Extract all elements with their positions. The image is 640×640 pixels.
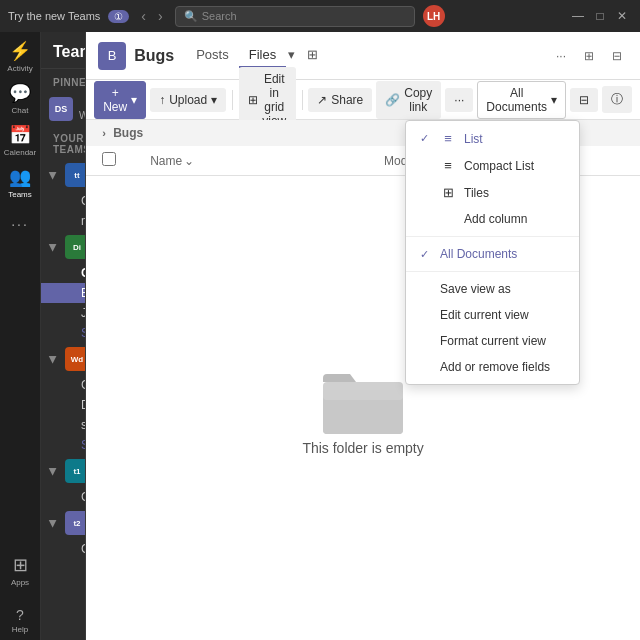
select-all-checkbox[interactable] — [102, 152, 116, 166]
documents-section: ✓ All Documents — [406, 237, 579, 272]
more-icon: ··· — [11, 216, 29, 232]
rail-more[interactable]: ··· — [0, 204, 40, 244]
tab-add[interactable]: ⊞ — [297, 43, 328, 68]
team-test2[interactable]: ▶ t2 test 2 ··· — [41, 507, 85, 539]
add-remove-label: Add or remove fields — [440, 360, 550, 374]
svg-rect-2 — [323, 390, 403, 400]
search-bar[interactable]: 🔍 Search — [175, 6, 415, 27]
empty-folder-label: This folder is empty — [302, 440, 423, 456]
search-placeholder: Search — [202, 10, 237, 22]
close-btn[interactable]: ✕ — [612, 6, 632, 26]
channel-bugs[interactable]: Bugs — [41, 283, 86, 303]
team-desktop-internal[interactable]: ▶ Di Desktop-internal ··· — [41, 231, 85, 263]
share-label: Share — [331, 93, 363, 107]
dropdown-list-item[interactable]: ✓ ≡ List — [406, 125, 579, 152]
rail-apps[interactable]: ⊞ Apps — [0, 550, 40, 590]
copy-link-btn[interactable]: 🔗 Copy link — [376, 81, 441, 119]
channel-see-all-di[interactable]: See all channels — [41, 323, 86, 343]
tab-files-dropdown[interactable]: ▾ — [286, 43, 297, 68]
forward-btn[interactable]: › — [154, 6, 167, 26]
channel-tabs: Posts Files ▾ ⊞ — [186, 43, 328, 68]
filter-btn[interactable]: ⊟ — [570, 88, 598, 112]
help-icon: ? — [16, 607, 24, 623]
minimize-btn[interactable]: — — [568, 6, 588, 26]
channel-desktopscrum[interactable]: DesktopScrum — [41, 395, 86, 415]
user-avatar[interactable]: LH — [423, 5, 445, 27]
channel-see-all-wd[interactable]: See all channels — [41, 435, 86, 455]
save-view-label: Save view as — [440, 282, 511, 296]
channel-di-general[interactable]: General — [41, 263, 86, 283]
channel-test1-general[interactable]: General — [41, 487, 86, 507]
header-more-btn[interactable]: ··· — [550, 46, 572, 66]
pinned-desktopscrum[interactable]: DS DesktopScrum Whatfix_desktop — [41, 92, 85, 125]
dropdown-format-view-item[interactable]: Format current view — [406, 328, 579, 354]
dropdown-save-view-item[interactable]: Save view as — [406, 276, 579, 302]
team-whatfix-desktop[interactable]: ▶ Wd Whatfix_desktop ··· — [41, 343, 85, 375]
toolbar-right: All Documents ▾ ⊟ ⓘ — [477, 81, 632, 119]
dropdown-all-docs-item[interactable]: ✓ All Documents — [406, 241, 579, 267]
toolbar-more-btn[interactable]: ··· — [445, 88, 473, 112]
dropdown-add-column-item[interactable]: Add column — [406, 206, 579, 232]
sidebar-title: Teams — [53, 43, 86, 61]
share-btn[interactable]: ↗ Share — [308, 88, 372, 112]
channel-jnl-test[interactable]: Jnl Test — [41, 303, 86, 323]
rail-chat[interactable]: 💬 Chat — [0, 78, 40, 118]
compact-label: Compact List — [464, 159, 534, 173]
col-name-header[interactable]: Name ⌄ — [150, 154, 384, 168]
header-view-btn2[interactable]: ⊟ — [606, 46, 628, 66]
all-documents-btn[interactable]: All Documents ▾ — [477, 81, 566, 119]
test2-expand-icon: ▶ — [48, 519, 59, 527]
chat-icon: 💬 — [9, 82, 31, 104]
test2-avatar: t2 — [65, 511, 86, 535]
rail-teams[interactable]: 👥 Teams — [0, 162, 40, 202]
copy-link-label: Copy link — [404, 86, 432, 114]
channel-testing-general[interactable]: General — [41, 191, 86, 211]
pinned-section-label: Pinned — [41, 69, 85, 92]
desktop-internal-avatar: Di — [65, 235, 86, 259]
new-btn[interactable]: + New ▾ — [94, 81, 146, 119]
dropdown-edit-view-item[interactable]: Edit current view — [406, 302, 579, 328]
rail-activity[interactable]: ⚡ Activity — [0, 36, 40, 76]
rail-help[interactable]: ? Help — [0, 600, 40, 640]
whatfix-expand-icon: ▶ — [48, 355, 59, 363]
back-btn[interactable]: ‹ — [137, 6, 150, 26]
col-check — [102, 152, 126, 169]
channel-mychannel[interactable]: myChannel — [41, 211, 86, 231]
desktop-internal-expand-icon: ▶ — [48, 243, 59, 251]
share-icon: ↗ — [317, 93, 327, 107]
team-test1[interactable]: ▶ t1 test1 ··· — [41, 455, 85, 487]
channel-wd-general[interactable]: General — [41, 375, 86, 395]
new-btn-label: + New — [103, 86, 127, 114]
dropdown-add-remove-fields-item[interactable]: Add or remove fields — [406, 354, 579, 380]
add-column-label: Add column — [464, 212, 527, 226]
upload-icon: ↑ — [159, 93, 165, 107]
all-docs-label: All Documents — [440, 247, 517, 261]
all-documents-arrow: ▾ — [551, 93, 557, 107]
tab-posts[interactable]: Posts — [186, 43, 239, 68]
sidebar-header: Teams ··· ≡ + — [41, 32, 85, 69]
main-layout: ⚡ Activity 💬 Chat 📅 Calendar 👥 Teams ···… — [0, 32, 640, 640]
try-badge: ① — [108, 10, 129, 23]
header-view-btn1[interactable]: ⊞ — [578, 46, 600, 66]
teams-sidebar: Teams ··· ≡ + Pinned DS DesktopScrum Wha… — [41, 32, 86, 640]
view-options-section: ✓ ≡ List ≡ Compact List ⊞ Tiles — [406, 121, 579, 237]
list-check-icon: ✓ — [420, 132, 432, 145]
dropdown-tiles-item[interactable]: ⊞ Tiles — [406, 179, 579, 206]
info-btn[interactable]: ⓘ — [602, 86, 632, 113]
maximize-btn[interactable]: □ — [590, 6, 610, 26]
channel-satya[interactable]: satya-channel — [41, 415, 86, 435]
upload-btn[interactable]: ↑ Upload ▾ — [150, 88, 226, 112]
format-view-label: Format current view — [440, 334, 546, 348]
channel-test2-general[interactable]: General — [41, 539, 86, 559]
team-testing-team[interactable]: ▶ tt testing team ··· — [41, 159, 85, 191]
teams-icon: 👥 — [9, 166, 31, 188]
try-new-teams-text: Try the new Teams — [8, 10, 100, 22]
actions-section: Save view as Edit current view Format cu… — [406, 272, 579, 384]
your-teams-label: Your teams — [41, 125, 85, 159]
edit-view-label: Edit current view — [440, 308, 529, 322]
tab-files[interactable]: Files — [239, 43, 286, 68]
channel-header-right: ··· ⊞ ⊟ — [550, 46, 628, 66]
dropdown-compact-list-item[interactable]: ≡ Compact List — [406, 152, 579, 179]
rail-calendar[interactable]: 📅 Calendar — [0, 120, 40, 160]
pinned-avatar: DS — [49, 97, 73, 121]
